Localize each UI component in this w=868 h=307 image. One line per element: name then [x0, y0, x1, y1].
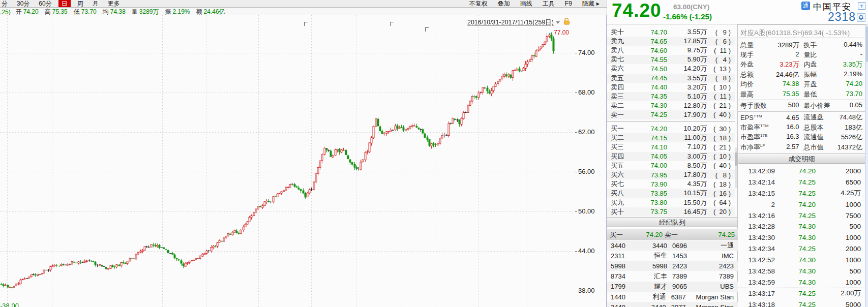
level-order-count: ( 10 ) [707, 83, 732, 91]
stat-label: 总市值 [804, 143, 824, 152]
stats-row: 市净率LF2.57总市值14372亿 [738, 142, 865, 152]
order-book-row-买三[interactable]: 买三74.107.10万( 21 ) [607, 142, 735, 151]
order-book-row-买一[interactable]: 买一74.2010.20万( 30 ) [607, 124, 735, 133]
stat-现手: 现手2 [738, 50, 802, 59]
stat-value: 2.19% [844, 70, 862, 79]
period-toolbar: 分30分60分日周月更多 不复权叠加画线工具F9隐藏▶ [0, 0, 607, 8]
level-order-count: ( 4 ) [707, 56, 732, 64]
level-order-count: ( 18 ) [707, 134, 732, 142]
level-volume: 17.80万 [667, 170, 707, 179]
trade-log-row: 13:43:1774.252.00万 [738, 288, 865, 299]
order-book-row-卖一[interactable]: 卖一74.2517.90万( 40 ) [607, 110, 735, 119]
order-book-row-买八[interactable]: 买八73.8510.15万( 16 ) [607, 189, 735, 198]
stat-value: 4.65 [786, 114, 799, 121]
stat-市盈率: 市盈率17E16.3 [738, 133, 802, 142]
stat-value: 3.35万 [843, 60, 862, 69]
level-volume: 17.90万 [667, 110, 707, 119]
trade-price: 74.20 [775, 201, 816, 208]
trade-price: 74.25 [775, 190, 816, 197]
order-book-row-卖九[interactable]: 卖九74.6517.85万( 6 ) [607, 37, 735, 46]
level-order-count: ( 16 ) [707, 190, 732, 197]
y-axis-tick-label: 50.00 [575, 207, 595, 215]
stat-value: 16.0 [786, 123, 799, 132]
level-order-count: ( 30 ) [707, 125, 732, 133]
chart-corner-marker [304, 22, 308, 26]
period-button-月[interactable]: 月 [88, 0, 103, 7]
add-to-watchlist-button[interactable]: + [858, 2, 865, 10]
order-book-row-买六[interactable]: 买六73.9517.80万( 8 ) [607, 170, 735, 179]
order-book-row-买七[interactable]: 买七73.904.35万( 18 ) [607, 179, 735, 189]
a-share-reference: 对应A股(601318.SH)69.34( -1.53%) [740, 28, 864, 38]
level-label: 卖一 [607, 110, 631, 119]
stat-label: 换手 [804, 41, 817, 50]
chart-corner-marker [390, 22, 394, 26]
order-book-row-买五[interactable]: 买五74.008.50万( 40 ) [607, 161, 735, 170]
order-book-row-买九[interactable]: 买九73.8015.50万( 64 ) [607, 198, 735, 207]
order-book-scrollbar[interactable] [735, 147, 737, 188]
scrollbar-thumb[interactable] [735, 152, 737, 166]
trade-price: 74.25 [775, 178, 816, 186]
ask-broker-code: 2423 [667, 262, 698, 270]
level-volume: 7.10万 [667, 142, 707, 151]
stat-label: 开盘 [804, 80, 817, 89]
stat-value: 5526亿 [841, 133, 862, 142]
period-button-30分[interactable]: 30分 [12, 0, 34, 7]
toolbar-button-叠加[interactable]: 叠加 [493, 0, 515, 7]
period-button-分[interactable]: 分 [0, 0, 12, 7]
order-book-row-买十[interactable]: 买十73.7516.45万( 20 ) [607, 207, 735, 217]
trade-volume: 4.25万 [816, 189, 865, 198]
period-button-周[interactable]: 周 [73, 0, 88, 7]
level-price: 74.10 [631, 143, 667, 151]
toolbar-right: 不复权叠加画线工具F9隐藏▶ [464, 0, 600, 7]
order-book-row-卖二[interactable]: 卖二74.3012.80万( 21 ) [607, 101, 735, 110]
scrollbar-thumb[interactable] [866, 26, 868, 62]
order-book-row-买二[interactable]: 买二74.1511.00万( 18 ) [607, 133, 735, 142]
trade-log-row: 13:42:1474.256500 [738, 176, 865, 188]
alert-bell-button[interactable] [857, 13, 865, 22]
order-book-row-卖十[interactable]: 卖十74.703.55万( 9 ) [607, 27, 735, 37]
stat-内盘: 内盘3.35万 [802, 60, 865, 69]
stat-label: 流通值 [804, 133, 824, 142]
date-range-selector[interactable]: 2016/10/31-2017/11/15(259日) [467, 18, 554, 27]
bid-broker-name: 恒生 [639, 251, 667, 260]
chevron-down-icon[interactable] [556, 21, 560, 24]
order-book-row-卖五[interactable]: 卖五74.453.55万( 8 ) [607, 74, 735, 83]
stat-label: 外盘 [740, 60, 754, 69]
trade-log-row: 274.201000 [738, 199, 865, 210]
toolbar-button-工具[interactable]: 工具 [537, 0, 560, 7]
trade-volume: 1000 [816, 279, 865, 286]
toolbar-button-不复权[interactable]: 不复权 [464, 0, 493, 7]
unlock-icon[interactable] [563, 18, 570, 25]
level-order-count: ( 21 ) [707, 102, 732, 109]
peak-price-annotation: ←77.00 [548, 29, 569, 36]
ask-broker-name: 2423 [698, 262, 738, 270]
toolbar-button-F9[interactable]: F9 [560, 0, 577, 7]
candlestick-canvas[interactable] [0, 15, 574, 307]
order-book-divider [607, 121, 735, 121]
level-price: 73.90 [631, 180, 667, 188]
trade-volume: 2.00万 [816, 289, 865, 298]
stat-value: 74.38 [783, 80, 799, 89]
trade-price: 74.30 [775, 223, 816, 230]
level-price: 73.95 [631, 171, 667, 179]
order-book-row-卖八[interactable]: 卖八74.609.75万( 11 ) [607, 46, 735, 55]
hide-panel-arrow-icon[interactable]: ▶ [596, 2, 600, 6]
candlestick-chart[interactable]: 2016/10/31-2017/11/15(259日) ←77.00 -38.0… [0, 15, 574, 307]
level-order-count: ( 40 ) [707, 162, 732, 169]
stat-label: 每手股数 [740, 101, 767, 110]
order-book-row-卖三[interactable]: 卖三74.355.10万( 11 ) [607, 92, 735, 101]
trade-volume: 5000 [816, 301, 865, 307]
trade-log-scrollbar[interactable] [865, 24, 868, 307]
level-label: 卖三 [607, 92, 631, 101]
period-button-日[interactable]: 日 [58, 0, 71, 7]
period-button-60分[interactable]: 60分 [34, 0, 56, 7]
bid-broker-code: 3440 [607, 303, 638, 307]
order-book-row-买四[interactable]: 买四74.053.00万( 10 ) [607, 152, 735, 161]
toolbar-button-画线[interactable]: 画线 [515, 0, 537, 7]
period-button-更多[interactable]: 更多 [103, 0, 125, 7]
level-order-count: ( 8 ) [707, 74, 732, 82]
order-book-row-卖七[interactable]: 卖七74.555.90万( 4 ) [607, 55, 735, 64]
order-book-row-卖四[interactable]: 卖四74.403.20万( 10 ) [607, 83, 735, 92]
trade-volume: 1000 [816, 234, 865, 241]
order-book-row-卖六[interactable]: 卖六74.5014.20万( 13 ) [607, 64, 735, 73]
